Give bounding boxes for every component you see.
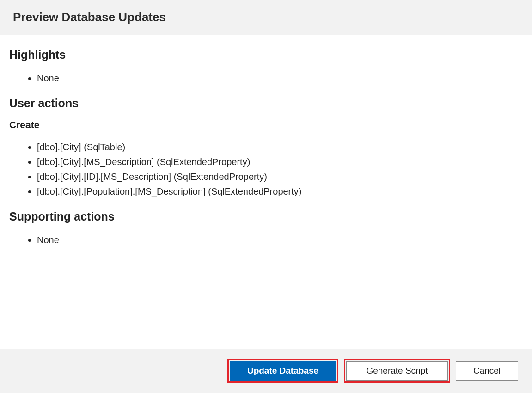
user-actions-heading: User actions xyxy=(9,97,523,110)
create-list: [dbo].[City] (SqlTable) [dbo].[City].[MS… xyxy=(9,140,523,199)
list-item: [dbo].[City].[MS_Description] (SqlExtend… xyxy=(37,154,523,169)
generate-script-highlight: Generate Script xyxy=(344,359,450,383)
list-item: [dbo].[City] (SqlTable) xyxy=(37,140,523,154)
list-item: [dbo].[City].[Population].[MS_Descriptio… xyxy=(37,184,523,199)
highlights-list: None xyxy=(9,71,523,86)
dialog-content: Highlights None User actions Create [dbo… xyxy=(0,35,532,349)
create-heading: Create xyxy=(9,119,523,130)
update-database-highlight: Update Database xyxy=(227,359,338,383)
dialog-title: Preview Database Updates xyxy=(13,10,519,25)
generate-script-button[interactable]: Generate Script xyxy=(346,361,448,381)
cancel-button[interactable]: Cancel xyxy=(456,361,518,381)
list-item: None xyxy=(37,233,523,247)
dialog-footer: Update Database Generate Script Cancel xyxy=(0,349,532,393)
highlights-heading: Highlights xyxy=(9,48,523,61)
supporting-actions-heading: Supporting actions xyxy=(9,210,523,223)
list-item: [dbo].[City].[ID].[MS_Description] (SqlE… xyxy=(37,169,523,184)
dialog-header: Preview Database Updates xyxy=(0,0,532,35)
update-database-button[interactable]: Update Database xyxy=(230,361,336,381)
list-item: None xyxy=(37,71,523,86)
supporting-actions-list: None xyxy=(9,233,523,247)
